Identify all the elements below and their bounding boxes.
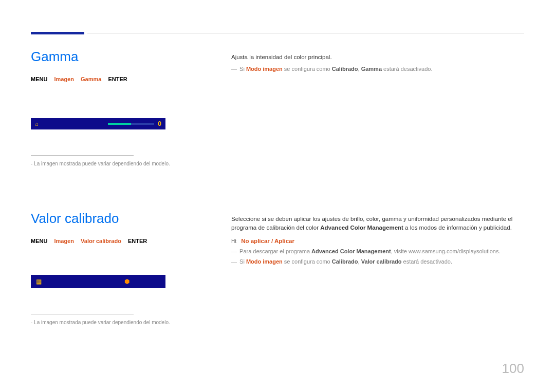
gamma-right-column: Ajusta la intensidad del color principal… [231,53,524,73]
gamma-footnote-divider [31,155,134,156]
picture-icon: ⌂ [35,121,39,127]
valor-footnote-divider [31,314,134,314]
picture-icon: ▦ [36,278,42,285]
header-accent-bar [31,32,84,34]
gamma-note: Si Modo imagen se configura como Calibra… [231,65,524,73]
t: se configura como [283,66,332,72]
gamma-left-column: Gamma MENU Imagen Gamma ENTER ⌂ 0 La ima… [31,49,206,166]
gamma-osd-bar: ⌂ 0 [31,118,165,129]
bc-imagen: Imagen [54,76,74,82]
bullet-options: No aplicar / Aplicar [241,238,294,244]
gamma-title: Gamma [31,49,206,65]
bullet-sym: Ht [231,238,236,244]
valor-osd-bar: ▦ ⬢ [31,275,165,288]
valor-breadcrumb: MENU Imagen Valor calibrado ENTER [31,238,206,244]
page-number: 100 [502,361,524,377]
t: Modo imagen [246,258,283,265]
header-divider [87,33,524,33]
valor-footnote: La imagen mostrada puede variar dependie… [31,320,206,325]
calibration-icon: ⬢ [124,278,130,285]
t: Calibrado [332,258,358,265]
t: Modo imagen [246,66,283,72]
t: Valor calibrado [361,258,402,265]
valor-subnote-disabled: Si Modo imagen se configura como Calibra… [231,257,524,266]
t: Si [239,66,246,72]
valor-left-column: Valor calibrado MENU Imagen Valor calibr… [31,211,206,325]
valor-description: Seleccione si se deben aplicar los ajust… [231,215,524,233]
t: se configura como [283,258,332,265]
valor-subnote-download: Para descargar el programa Advanced Colo… [231,247,524,256]
t: estará desactivado. [402,258,452,265]
t: Advanced Color Management [311,248,391,254]
gamma-slider-fill [108,123,131,125]
t: Si [239,258,246,265]
t: Para descargar el programa [239,248,311,254]
bc-menu: MENU [31,238,47,244]
bc-enter: ENTER [108,76,127,82]
t: Advanced Color Management [320,225,403,231]
gamma-description: Ajusta la intensidad del color principal… [231,53,524,62]
bc-gamma: Gamma [81,76,101,82]
valor-right-column: Seleccione si se deben aplicar los ajust… [231,215,524,266]
valor-options-bullet: Ht No aplicar / Aplicar [231,238,524,244]
bc-enter: ENTER [128,238,147,244]
bc-imagen: Imagen [54,238,74,244]
gamma-breadcrumb: MENU Imagen Gamma ENTER [31,76,206,82]
t: Gamma [361,66,382,72]
t: Calibrado [332,66,358,72]
t: a los modos de información y publicidad. [403,225,512,231]
bc-valor: Valor calibrado [81,238,121,244]
bc-menu: MENU [31,76,47,82]
t: estará desactivado. [382,66,432,72]
t: , visite www.samsung.com/displaysolution… [391,248,501,254]
valor-title: Valor calibrado [31,211,206,227]
gamma-value: 0 [158,120,161,127]
gamma-footnote: La imagen mostrada puede variar dependie… [31,161,206,166]
